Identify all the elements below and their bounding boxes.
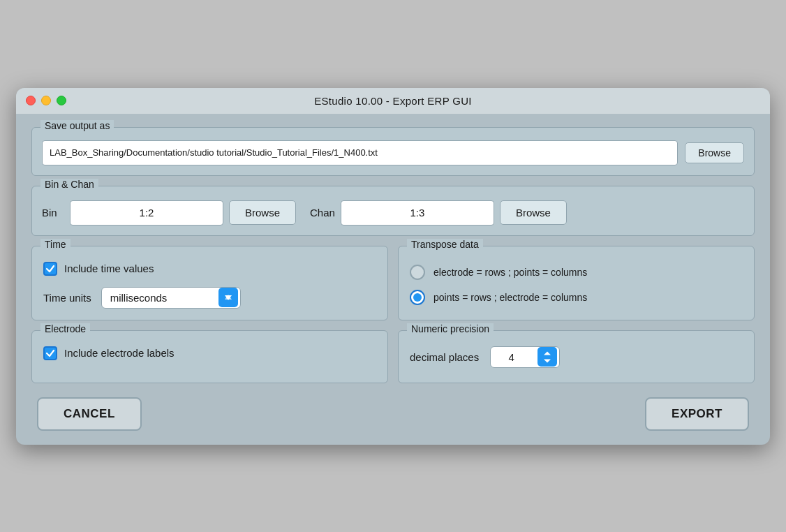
numeric-precision-row: decimal places: [410, 346, 743, 368]
content-area: Save output as Browse Bin & Chan Bin Bro…: [16, 114, 770, 445]
time-units-row: Time units milliseconds seconds samples: [43, 287, 376, 309]
time-units-select[interactable]: milliseconds seconds samples: [101, 287, 241, 309]
save-output-group: Save output as Browse: [31, 127, 755, 176]
chan-group: Chan Browse: [310, 200, 567, 226]
decimal-places-label: decimal places: [410, 351, 479, 363]
transpose-option2-row: points = rows ; electrode = columns: [410, 290, 743, 305]
minimize-button[interactable]: [41, 96, 51, 105]
include-time-checkbox[interactable]: [43, 262, 57, 276]
time-group: Time Include time values Time units mill…: [31, 246, 388, 320]
chan-label: Chan: [310, 207, 335, 219]
bin-chan-label: Bin & Chan: [40, 179, 98, 190]
chan-input[interactable]: [341, 200, 494, 226]
window-title: EStudio 10.00 - Export ERP GUI: [314, 95, 472, 107]
transpose-radio-1[interactable]: [410, 265, 425, 280]
titlebar: EStudio 10.00 - Export ERP GUI: [16, 88, 770, 114]
bin-label: Bin: [42, 207, 64, 219]
include-electrode-label: Include electrode labels: [64, 347, 175, 359]
decimal-places-stepper-wrapper: [490, 346, 560, 368]
save-output-label: Save output as: [40, 120, 114, 131]
include-time-label: Include time values: [64, 263, 154, 274]
svg-marker-2: [544, 351, 551, 355]
bin-input[interactable]: [70, 200, 223, 226]
electrode-group-label: Electrode: [40, 323, 90, 334]
bin-chan-row: Bin Browse Chan Browse: [42, 200, 744, 226]
bin-browse-button[interactable]: Browse: [229, 200, 296, 225]
include-time-row: Include time values: [43, 262, 376, 276]
time-group-label: Time: [40, 239, 71, 250]
electrode-group: Electrode Include electrode labels: [31, 330, 388, 383]
include-electrode-row: Include electrode labels: [43, 346, 376, 360]
cancel-button[interactable]: CANCEL: [37, 397, 142, 431]
transpose-option2-label: points = rows ; electrode = columns: [433, 292, 587, 303]
bottom-row: Electrode Include electrode labels Numer…: [31, 330, 755, 383]
transpose-option1-row: electrode = rows ; points = columns: [410, 265, 743, 280]
save-path-input[interactable]: [42, 140, 678, 165]
time-units-label: Time units: [43, 292, 91, 304]
numeric-precision-group: Numeric precision decimal places: [398, 330, 755, 383]
include-electrode-checkbox[interactable]: [43, 346, 57, 360]
save-output-row: Browse: [42, 140, 744, 165]
traffic-lights: [26, 96, 66, 105]
bin-chan-group: Bin & Chan Bin Browse Chan Browse: [31, 186, 755, 236]
chan-browse-button[interactable]: Browse: [500, 200, 567, 225]
bin-group: Bin Browse: [42, 200, 296, 226]
close-button[interactable]: [26, 96, 36, 105]
transpose-radio-2[interactable]: [410, 290, 425, 305]
transpose-group: Transpose data electrode = rows ; points…: [398, 246, 755, 320]
time-units-select-wrapper: milliseconds seconds samples: [101, 287, 241, 309]
export-button[interactable]: EXPORT: [645, 397, 749, 431]
maximize-button[interactable]: [57, 96, 66, 105]
middle-row: Time Include time values Time units mill…: [31, 246, 755, 320]
main-window: EStudio 10.00 - Export ERP GUI Save outp…: [16, 88, 770, 445]
svg-marker-3: [544, 359, 551, 362]
transpose-group-label: Transpose data: [407, 239, 483, 250]
save-browse-button[interactable]: Browse: [685, 142, 744, 163]
numeric-precision-group-label: Numeric precision: [407, 323, 494, 334]
button-row: CANCEL EXPORT: [31, 393, 755, 434]
decimal-places-arrows-icon[interactable]: [537, 347, 557, 367]
transpose-option1-label: electrode = rows ; points = columns: [433, 267, 587, 278]
